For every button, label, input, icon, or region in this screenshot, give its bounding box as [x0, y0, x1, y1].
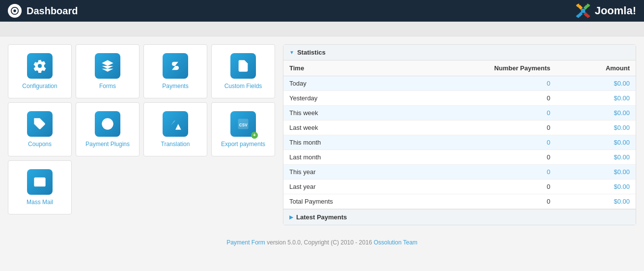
document-icon	[236, 59, 250, 73]
payment-plugins-icon-box	[95, 111, 120, 137]
custom-fields-label: Custom Fields	[224, 83, 262, 90]
mass-mail-icon-box	[27, 169, 53, 195]
stats-row: Last year 0 $0.00	[283, 180, 636, 194]
joomla-text: Joomla!	[595, 4, 636, 17]
header-left: Dashboard	[8, 4, 78, 18]
stats-amount: $0.00	[556, 165, 636, 180]
col-number: Number Payments	[406, 60, 557, 76]
translation-label: Translation	[161, 141, 190, 148]
stats-time: Last month	[283, 150, 406, 165]
forms-card[interactable]: Forms	[76, 44, 140, 98]
stats-row: This week 0 $0.00	[283, 106, 636, 120]
configuration-card[interactable]: Configuration	[8, 44, 72, 98]
header: Dashboard Joomla!	[0, 0, 644, 22]
stats-amount: $0.00	[556, 106, 636, 120]
sub-header	[0, 22, 644, 36]
translate-icon	[168, 117, 182, 131]
payment-plugins-label: Payment Plugins	[85, 141, 130, 148]
col-time: Time	[283, 60, 406, 76]
stats-amount: $0.00	[556, 194, 636, 209]
export-payments-icon-box: CSV +	[230, 111, 256, 137]
joomla-logo: Joomla!	[574, 2, 636, 20]
stats-row: Last week 0 $0.00	[283, 120, 636, 135]
custom-fields-icon-box	[230, 53, 256, 79]
stats-amount: $0.00	[556, 91, 636, 106]
stats-time: Last year	[283, 180, 406, 194]
coupons-card[interactable]: Coupons	[8, 102, 72, 156]
stats-header-row: Time Number Payments Amount	[283, 60, 636, 76]
stats-number: 0	[406, 76, 557, 91]
csv-plus-badge: +	[251, 132, 258, 139]
stats-amount: $0.00	[556, 150, 636, 165]
stats-row: Last month 0 $0.00	[283, 150, 636, 165]
statistics-title: Statistics	[297, 49, 326, 56]
footer-text: version 5.0.0, Copyright (C) 2010 - 2016	[267, 239, 373, 246]
statistics-table: Time Number Payments Amount Today 0 $0.0…	[283, 60, 636, 209]
stats-time: This month	[283, 135, 406, 150]
stats-row: This month 0 $0.00	[283, 135, 636, 150]
mail-icon	[33, 175, 47, 189]
payments-icon-box	[163, 53, 188, 79]
latest-payments-header[interactable]: ▶ Latest Payments	[283, 209, 636, 225]
stats-number: 0	[406, 150, 557, 165]
export-payments-card[interactable]: CSV + Export payments	[211, 102, 275, 156]
forms-label: Forms	[99, 83, 116, 90]
target-icon	[101, 117, 114, 131]
tag-icon	[33, 117, 47, 131]
dashboard-icon	[8, 4, 22, 18]
stats-time: Last week	[283, 120, 406, 135]
stats-amount: $0.00	[556, 180, 636, 194]
svg-rect-2	[581, 9, 585, 13]
stats-time: This year	[283, 165, 406, 180]
payments-card[interactable]: Payments	[143, 44, 207, 98]
stats-row: Today 0 $0.00	[283, 76, 636, 91]
payment-plugins-card[interactable]: Payment Plugins	[76, 102, 140, 156]
stats-time: Today	[283, 76, 406, 91]
stats-time: This week	[283, 106, 406, 120]
col-amount: Amount	[556, 60, 636, 76]
translation-icon-box	[163, 111, 188, 137]
page-title: Dashboard	[27, 5, 78, 17]
coupons-icon-box	[27, 111, 53, 137]
stats-amount: $0.00	[556, 120, 636, 135]
stats-number: 0	[406, 180, 557, 194]
coupons-label: Coupons	[28, 141, 52, 148]
stats-number: 0	[406, 106, 557, 120]
main-content: Configuration Forms Payments	[0, 36, 644, 233]
stats-amount: $0.00	[556, 76, 636, 91]
stats-time: Total Payments	[283, 194, 406, 209]
mass-mail-label: Mass Mail	[27, 199, 53, 206]
csv-icon: CSV	[236, 117, 250, 131]
stats-time: Yesterday	[283, 91, 406, 106]
stats-number: 0	[406, 91, 557, 106]
footer: Payment Form version 5.0.0, Copyright (C…	[0, 233, 644, 252]
stats-number: 0	[406, 135, 557, 150]
stats-number: 0	[406, 120, 557, 135]
export-payments-label: Export payments	[221, 141, 265, 148]
stats-row: This year 0 $0.00	[283, 165, 636, 180]
stats-number: 0	[406, 165, 557, 180]
forms-icon-box	[95, 53, 120, 79]
layers-icon	[101, 59, 114, 73]
mass-mail-card[interactable]: Mass Mail	[8, 160, 72, 214]
dollar-icon	[168, 59, 182, 73]
svg-point-8	[107, 123, 109, 125]
footer-product-link[interactable]: Payment Form	[226, 239, 265, 246]
svg-text:CSV: CSV	[239, 123, 248, 127]
stats-row: Yesterday 0 $0.00	[283, 91, 636, 106]
configuration-icon-box	[27, 53, 53, 79]
statistics-panel: ▼ Statistics Time Number Payments Amount…	[283, 44, 636, 225]
svg-point-1	[13, 9, 16, 12]
configuration-label: Configuration	[22, 83, 57, 90]
statistics-toggle-icon: ▼	[289, 50, 294, 55]
custom-fields-card[interactable]: Custom Fields	[211, 44, 275, 98]
stats-row: Total Payments 0 $0.00	[283, 194, 636, 209]
payments-label: Payments	[162, 83, 188, 90]
stats-number: 0	[406, 194, 557, 209]
gear-icon	[33, 59, 47, 73]
latest-payments-title: Latest Payments	[296, 213, 347, 221]
translation-card[interactable]: Translation	[143, 102, 207, 156]
statistics-header[interactable]: ▼ Statistics	[283, 45, 636, 60]
footer-company-link[interactable]: Ossolution Team	[374, 239, 418, 246]
latest-payments-toggle-icon: ▶	[289, 214, 293, 220]
